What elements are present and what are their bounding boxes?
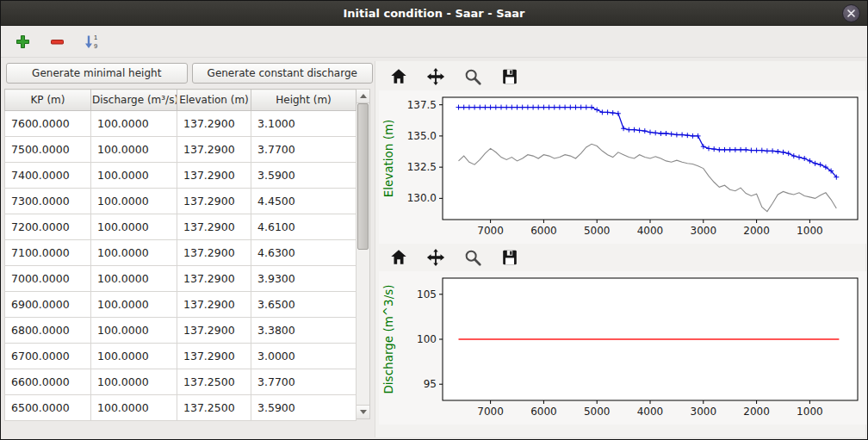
table-cell[interactable]: 100.0000 — [91, 163, 177, 189]
table-cell[interactable]: 100.0000 — [91, 214, 177, 240]
discharge-pan-button[interactable] — [425, 246, 447, 269]
column-header[interactable]: KP (m) — [5, 90, 91, 111]
generate-minimal-height-button[interactable]: Generate minimal height — [6, 63, 188, 84]
svg-text:137.5: 137.5 — [407, 99, 437, 111]
sort-1-to-9-icon: 1 9 — [84, 34, 99, 50]
table-cell[interactable]: 137.2900 — [177, 344, 251, 369]
table-row: 6900.0000100.0000137.29003.6500 — [5, 292, 356, 318]
table-cell[interactable]: 137.2900 — [177, 189, 251, 214]
table-cell[interactable]: 137.2500 — [177, 369, 251, 395]
generate-constant-discharge-button[interactable]: Generate constant discharge — [192, 63, 374, 84]
table-row: 7300.0000100.0000137.29004.4500 — [5, 189, 356, 214]
elevation-save-button[interactable] — [499, 65, 521, 88]
table-cell[interactable]: 3.3800 — [251, 318, 356, 344]
table-cell[interactable]: 100.0000 — [91, 266, 177, 292]
scrollbar-up-arrow[interactable] — [356, 90, 369, 103]
table-cell[interactable]: 137.2900 — [177, 292, 251, 318]
table-cell[interactable]: 3.5900 — [251, 395, 356, 421]
discharge-home-button[interactable] — [388, 246, 410, 269]
scrollbar-track[interactable] — [356, 103, 369, 405]
table-cell[interactable]: 3.6500 — [251, 292, 356, 318]
right-panel: 7000600050004000300020001000130.0132.513… — [375, 61, 865, 437]
table-cell[interactable]: 6700.0000 — [5, 344, 91, 369]
discharge-save-button[interactable] — [499, 246, 521, 269]
table-cell[interactable]: 100.0000 — [91, 369, 177, 395]
svg-text:4000: 4000 — [637, 406, 664, 418]
table-cell[interactable]: 7600.0000 — [5, 111, 91, 137]
add-row-button[interactable] — [11, 30, 34, 53]
table-cell[interactable]: 6500.0000 — [5, 395, 91, 421]
svg-text:Elevation (m): Elevation (m) — [381, 120, 395, 198]
remove-row-button[interactable] — [46, 30, 68, 53]
table-cell[interactable]: 137.2900 — [177, 266, 251, 292]
up-triangle-icon — [360, 94, 367, 98]
window-title: Initial condition - Saar - Saar — [343, 7, 524, 20]
main-toolbar: 1 9 — [1, 26, 867, 58]
table-cell[interactable]: 4.6300 — [251, 240, 356, 266]
table-cell[interactable]: 137.2900 — [177, 240, 251, 266]
table-cell[interactable]: 137.2900 — [177, 214, 251, 240]
table-cell[interactable]: 137.2900 — [177, 111, 251, 137]
table-cell[interactable]: 100.0000 — [91, 292, 177, 318]
table-cell[interactable]: 3.0000 — [251, 344, 356, 369]
save-icon — [500, 67, 519, 86]
discharge-plot[interactable]: 700060005000400030002000100095100105Disc… — [379, 271, 866, 425]
table-row: 7400.0000100.0000137.29003.5900 — [5, 163, 356, 189]
table-cell[interactable]: 3.5900 — [251, 163, 356, 189]
table-cell[interactable]: 6600.0000 — [5, 369, 91, 395]
svg-text:1: 1 — [94, 34, 97, 41]
table-cell[interactable]: 6800.0000 — [5, 318, 91, 344]
table-scrollbar[interactable] — [356, 89, 370, 419]
table-cell[interactable]: 100.0000 — [91, 395, 177, 421]
discharge-zoom-button[interactable] — [462, 246, 484, 269]
titlebar[interactable]: Initial condition - Saar - Saar — [1, 1, 867, 26]
table-cell[interactable]: 100.0000 — [91, 111, 177, 137]
table-header-row: KP (m)Discharge (m³/s)Elevation (m)Heigh… — [5, 90, 356, 111]
table-cell[interactable]: 7500.0000 — [5, 137, 91, 163]
generate-button-row: Generate minimal height Generate constan… — [6, 63, 373, 84]
pan-icon — [426, 67, 445, 86]
scrollbar-thumb[interactable] — [357, 103, 369, 250]
table-cell[interactable]: 7300.0000 — [5, 189, 91, 214]
svg-text:2000: 2000 — [743, 225, 770, 237]
table-cell[interactable]: 137.2900 — [177, 137, 251, 163]
down-triangle-icon — [360, 410, 367, 414]
table-cell[interactable]: 100.0000 — [91, 318, 177, 344]
table-cell[interactable]: 137.2900 — [177, 163, 251, 189]
table-cell[interactable]: 3.7700 — [251, 137, 356, 163]
svg-text:5000: 5000 — [584, 406, 611, 418]
table-cell[interactable]: 100.0000 — [91, 137, 177, 163]
svg-text:2000: 2000 — [743, 406, 770, 418]
table-cell[interactable]: 100.0000 — [91, 240, 177, 266]
table-cell[interactable]: 3.9300 — [251, 266, 356, 292]
table-cell[interactable]: 4.4500 — [251, 189, 356, 214]
close-button[interactable] — [842, 4, 860, 22]
sort-button[interactable]: 1 9 — [80, 30, 102, 53]
table-cell[interactable]: 6900.0000 — [5, 292, 91, 318]
elevation-plot[interactable]: 7000600050004000300020001000130.0132.513… — [379, 90, 866, 244]
column-header[interactable]: Discharge (m³/s) — [91, 90, 177, 111]
minus-icon — [50, 34, 65, 49]
left-panel: Generate minimal height Generate constan… — [4, 61, 375, 437]
scrollbar-down-arrow[interactable] — [356, 405, 369, 418]
table-cell[interactable]: 137.2900 — [177, 318, 251, 344]
home-icon — [389, 67, 408, 86]
table-cell[interactable]: 4.6100 — [251, 214, 356, 240]
table-cell[interactable]: 7200.0000 — [5, 214, 91, 240]
initial-condition-table: KP (m)Discharge (m³/s)Elevation (m)Heigh… — [4, 89, 356, 421]
table-cell[interactable]: 7400.0000 — [5, 163, 91, 189]
table-cell[interactable]: 137.2500 — [177, 395, 251, 421]
table-cell[interactable]: 3.7700 — [251, 369, 356, 395]
elevation-pan-button[interactable] — [425, 65, 447, 88]
svg-text:6000: 6000 — [530, 225, 557, 237]
elevation-home-button[interactable] — [388, 65, 410, 88]
table-cell[interactable]: 7100.0000 — [5, 240, 91, 266]
column-header[interactable]: Elevation (m) — [177, 90, 251, 111]
content-area: Generate minimal height Generate constan… — [1, 58, 867, 439]
table-cell[interactable]: 3.1000 — [251, 111, 356, 137]
elevation-zoom-button[interactable] — [462, 65, 484, 88]
table-cell[interactable]: 100.0000 — [91, 189, 177, 214]
table-cell[interactable]: 7000.0000 — [5, 266, 91, 292]
table-cell[interactable]: 100.0000 — [91, 344, 177, 369]
column-header[interactable]: Height (m) — [251, 90, 356, 111]
